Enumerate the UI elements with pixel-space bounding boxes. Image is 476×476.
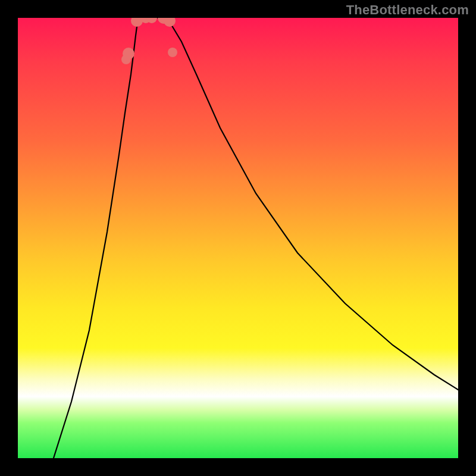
marker-dot (164, 18, 176, 27)
watermark-text: TheBottleneck.com (346, 2, 469, 18)
chart-svg (18, 18, 458, 458)
marker-dot (123, 48, 134, 60)
plot-area (18, 18, 458, 458)
right-curve (155, 18, 458, 390)
left-curve (54, 18, 155, 458)
chart-stage: TheBottleneck.com (0, 0, 476, 476)
bottom-markers (121, 18, 177, 64)
marker-dot (168, 48, 177, 57)
